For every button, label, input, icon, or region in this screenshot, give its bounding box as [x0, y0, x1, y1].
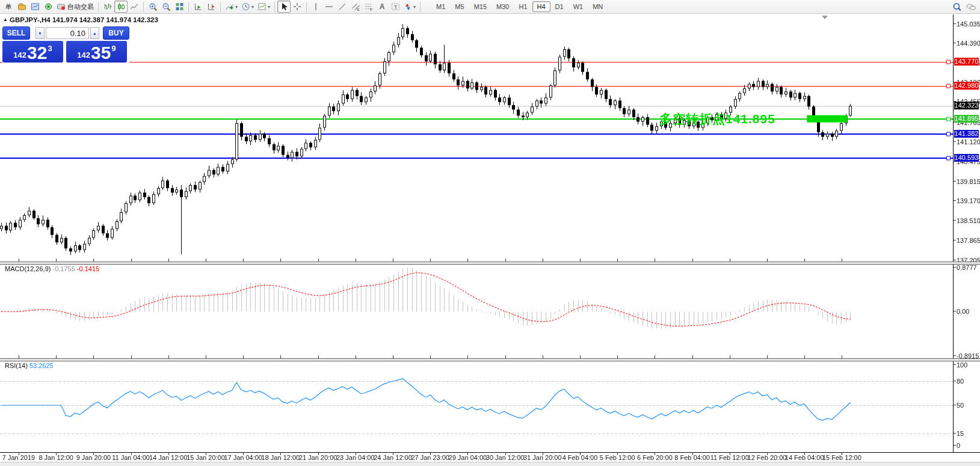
sell-price-tile[interactable]: 142 32 3 — [2, 41, 63, 63]
rsi-axis-label: 0 — [957, 442, 960, 449]
profiles-icon — [17, 2, 26, 11]
crosshair-button[interactable] — [291, 1, 304, 13]
price-level-badge: 142.323 — [954, 102, 979, 109]
zoom-out-button[interactable] — [159, 1, 173, 13]
price-level-badge: 140.593 — [954, 154, 979, 162]
text-icon: A — [380, 2, 385, 11]
chart-shift-button[interactable] — [205, 1, 218, 13]
templates-button[interactable]: ▾ — [256, 1, 272, 13]
buy-button[interactable]: BUY — [103, 26, 129, 40]
arrows-icon — [404, 2, 412, 11]
rsi-name: RSI(14) — [5, 362, 28, 369]
timeframe-W1[interactable]: W1 — [569, 1, 588, 12]
text-label-button[interactable]: T — [389, 1, 402, 13]
charts-window-button[interactable] — [28, 1, 42, 13]
zoom-in-button[interactable] — [146, 1, 159, 13]
timeframe-H4[interactable]: H4 — [532, 1, 550, 12]
time-axis-label: 21 Jan 20:00 — [299, 454, 337, 461]
volume-up-button[interactable]: ▲ — [90, 27, 99, 39]
price-level-badge: 143.770 — [954, 58, 979, 66]
autotrading-button[interactable]: 自动交易 — [55, 1, 96, 13]
volume-down-button[interactable]: ▼ — [35, 27, 45, 39]
bar-chart-button[interactable] — [101, 1, 114, 13]
chevron-down-icon: ▾ — [413, 4, 416, 10]
tile-windows-icon — [175, 2, 184, 11]
fibonacci-button[interactable]: F — [362, 1, 375, 13]
buy-price-tile[interactable]: 142 35 9 — [66, 41, 127, 63]
zoom-in-icon — [149, 2, 158, 11]
time-axis-label: 12 Feb 20:00 — [748, 454, 787, 461]
chart-shift-marker[interactable] — [822, 16, 828, 19]
time-axis-label: 5 Feb 12:00 — [600, 454, 635, 461]
line-chart-button[interactable] — [128, 1, 141, 13]
toolbar-separator — [274, 2, 275, 12]
macd-signal-value: -0.1415 — [77, 265, 99, 272]
macd-name: MACD(12,26,9) — [5, 265, 51, 272]
rsi-indicator-label: RSI(14) 53.2625 — [5, 362, 54, 369]
timeframe-M30[interactable]: M30 — [492, 1, 514, 12]
auto-scroll-button[interactable] — [191, 1, 205, 13]
volume-input[interactable] — [46, 27, 89, 39]
periods-button[interactable]: ▾ — [239, 1, 256, 13]
timeframe-M15[interactable]: M15 — [469, 1, 492, 12]
sell-button[interactable]: SELL — [2, 26, 30, 40]
toolbar-separator — [143, 2, 144, 12]
rsi-value: 53.2625 — [29, 362, 54, 369]
add-indicator-button[interactable]: ▾ — [223, 1, 239, 13]
text-label-icon: T — [391, 2, 400, 11]
tile-windows-button[interactable] — [173, 1, 186, 13]
chart-annotation-text[interactable]: 多空转折点141.895 — [659, 111, 775, 127]
toolbar-separator — [220, 2, 221, 12]
toolbar-separator — [306, 2, 307, 12]
timeframe-MN[interactable]: MN — [588, 1, 608, 12]
bar-chart-icon — [103, 2, 112, 11]
timeframe-H1[interactable]: H1 — [514, 1, 532, 12]
vertical-line-icon — [312, 2, 320, 11]
time-axis-label: 11 Jan 04:00 — [112, 454, 150, 461]
arrows-button[interactable]: ▾ — [402, 1, 418, 13]
signals-button[interactable] — [42, 1, 55, 13]
chart-ohlc-values: 141.974 142.387 141.974 142.323 — [52, 16, 158, 23]
macd-indicator-label: MACD(12,26,9) -0.1755 -0.1415 — [5, 265, 99, 272]
search-icon — [952, 2, 962, 11]
time-axis-label: 29 Jan 04:00 — [449, 454, 487, 461]
rsi-axis-label: 50 — [957, 402, 964, 409]
price-level-badge: 141.382 — [954, 130, 979, 138]
toolbar-separator — [188, 2, 189, 12]
chevron-down-icon: ▾ — [235, 4, 238, 10]
equidistant-channel-icon: E — [351, 2, 360, 11]
fibonacci-icon: F — [365, 2, 374, 11]
chevron-down-icon: ▾ — [251, 4, 254, 10]
text-button[interactable]: A — [375, 1, 389, 13]
search-button[interactable] — [951, 1, 964, 13]
profiles-button[interactable] — [15, 1, 28, 13]
new-order-button[interactable]: 单 — [2, 1, 15, 13]
candlestick-chart-button[interactable] — [114, 1, 128, 13]
macd-axis-label: 0.8777 — [957, 264, 977, 271]
timeframe-M5[interactable]: M5 — [450, 1, 469, 12]
time-axis-label: 14 Feb 04:00 — [785, 454, 824, 461]
time-axis-label: 18 Jan 12:00 — [262, 454, 300, 461]
pane-separator[interactable] — [0, 262, 980, 265]
window-bottom-strip — [0, 462, 980, 466]
chat-button[interactable] — [964, 1, 978, 13]
auto-scroll-icon — [194, 2, 203, 11]
horizontal-line-button[interactable] — [322, 1, 336, 13]
buy-price-figure: 142 — [77, 51, 90, 60]
signals-icon — [44, 2, 53, 11]
timeframe-D1[interactable]: D1 — [550, 1, 569, 12]
vertical-line-button[interactable] — [309, 1, 322, 13]
chart-canvas[interactable] — [0, 0, 980, 466]
trendline-button[interactable] — [336, 1, 349, 13]
time-axis-label: 31 Jan 20:00 — [523, 454, 562, 461]
chat-icon — [966, 2, 976, 11]
collapse-arrow-icon[interactable]: ▲ — [3, 17, 8, 22]
cursor-button[interactable] — [277, 1, 291, 13]
periods-clock-icon — [241, 2, 250, 11]
equidistant-channel-button[interactable]: E — [349, 1, 362, 13]
pane-separator[interactable] — [0, 358, 980, 361]
price-tick: 145.035 — [957, 20, 980, 28]
charts-window-icon — [31, 2, 40, 11]
time-axis-label: 15 Jan 20:00 — [186, 454, 225, 461]
timeframe-M1[interactable]: M1 — [431, 1, 450, 12]
